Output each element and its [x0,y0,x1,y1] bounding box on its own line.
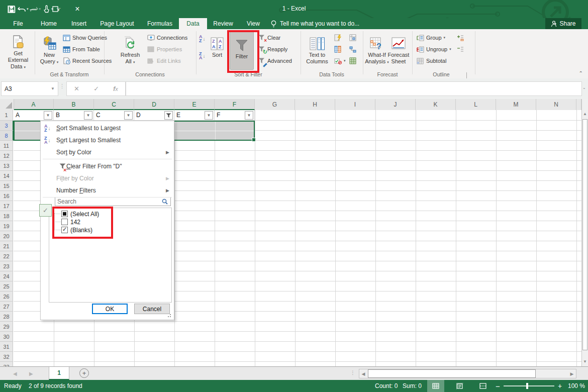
sort-descending-button[interactable]: ZA↓ [199,50,206,61]
collapse-ribbon-icon[interactable]: ⌃ [579,70,583,76]
menu-item-clear-filter-from-d[interactable]: ×Clear Filter From "D" [41,160,173,172]
row-header-26[interactable]: 26 [0,291,13,302]
checkbox-select-all[interactable] [61,211,68,217]
column-header-B[interactable]: B [54,99,94,110]
sort-button[interactable]: ZAAZ Sort [207,31,227,70]
column-header-L[interactable]: L [456,99,496,110]
zoom-level[interactable]: 100 % [568,380,585,392]
expand-formula-bar-icon[interactable]: ⌄ [582,85,586,90]
tab-page-layout[interactable]: Page Layout [94,18,140,29]
formula-bar-splitter[interactable]: ⋮ [59,83,65,89]
clear-filter-button[interactable]: × Clear [257,32,280,43]
row-header-20[interactable]: 20 [0,231,13,241]
filter-applied-button-D[interactable] [164,111,173,120]
row-header-17[interactable]: 17 [0,201,13,211]
menu-item-number-filters[interactable]: Number Filters▶ [41,184,173,197]
filter-search-input[interactable] [55,197,171,206]
column-header-J[interactable]: J [375,99,416,110]
text-to-columns-button[interactable]: Text toColumns [304,31,331,70]
row-header-25[interactable]: 25 [0,281,13,291]
row-header-8[interactable]: 8 [0,131,14,141]
column-header-A[interactable]: A [14,99,54,110]
normal-view-button[interactable] [427,380,444,392]
horizontal-scrollbar[interactable]: ◀ ▶ [359,369,576,378]
cancel-button[interactable]: Cancel [134,304,170,314]
column-header-K[interactable]: K [416,99,456,110]
column-header-G[interactable]: G [255,99,295,110]
resize-grip-icon[interactable] [167,313,171,317]
touch-mode-dropdown-icon[interactable]: ▾ [51,7,53,11]
sheet-prev-icon[interactable]: ◀ [13,367,17,380]
advanced-filter-button[interactable]: Advanced [257,55,292,66]
scroll-up-icon[interactable]: ▲ [582,112,588,116]
page-break-view-button[interactable] [474,380,492,392]
group-button[interactable]: Group ▾ [416,32,445,43]
row-header-24[interactable]: 24 [0,271,13,281]
customize-qat-icon[interactable]: —▾ [54,3,63,15]
row-header-18[interactable]: 18 [0,211,13,221]
tab-data[interactable]: Data [179,18,207,29]
menu-item-sort-by-color[interactable]: Sort by Color▶ [41,146,173,158]
row-header-11[interactable]: 11 [0,141,13,151]
fill-handle[interactable] [252,138,256,142]
reapply-filter-button[interactable]: ↻ Reapply [257,44,287,55]
filter-value-list[interactable]: (Select All)142✓(Blanks) [49,208,172,303]
column-header-F[interactable]: F [215,99,255,110]
data-validation-button[interactable]: ▾ [334,55,347,66]
show-queries-button[interactable]: Show Queries [62,32,107,43]
from-table-button[interactable]: From Table [62,44,100,55]
menu-item-sort-largest-to-smallest[interactable]: ZA↓Sort Largest to Smallest [41,134,173,146]
filter-dropdown-button-F[interactable]: ▼ [245,111,253,120]
row-header-33[interactable]: 33 [0,362,13,366]
name-box-dropdown-icon[interactable]: ▼ [51,86,55,91]
header-cell-F1[interactable]: F▼ [215,110,255,121]
row-header-14[interactable]: 14 [0,171,13,181]
share-button[interactable]: Share [545,18,581,29]
tab-review[interactable]: Review [207,18,239,29]
filter-dropdown-button-E[interactable]: ▼ [205,111,213,120]
row-header-29[interactable]: 29 [0,322,13,332]
filter-dropdown-button-A[interactable]: ▼ [44,111,52,120]
row-header-13[interactable]: 13 [0,161,13,171]
relationships-button[interactable] [349,44,359,55]
insert-function-icon[interactable]: fx [113,85,118,92]
row-header-27[interactable]: 27 [0,302,13,312]
undo-icon[interactable] [17,3,26,15]
column-header-E[interactable]: E [174,99,215,110]
row-header-21[interactable]: 21 [0,241,13,251]
header-cell-C1[interactable]: C▼ [94,110,134,121]
row-header-23[interactable]: 23 [0,261,13,271]
subtotal-button[interactable]: Subtotal [416,55,446,66]
vertical-scroll-thumb[interactable] [582,119,587,350]
forecast-sheet-button[interactable]: ForecastSheet [386,31,411,70]
ok-button[interactable]: OK [92,304,128,314]
formula-input[interactable] [126,81,582,96]
page-layout-view-button[interactable] [451,380,468,392]
row-header-22[interactable]: 22 [0,251,13,261]
column-header-H[interactable]: H [295,99,335,110]
manage-data-model-button[interactable] [349,55,359,66]
tab-home[interactable]: Home [33,18,64,29]
checkbox-blanks[interactable]: ✓ [61,227,68,233]
row-header-3[interactable]: 3 [0,121,14,131]
filter-dropdown-button-B[interactable]: ▼ [84,111,92,120]
horizontal-scroll-thumb[interactable] [368,369,536,378]
header-cell-D1[interactable]: D [134,110,174,121]
tab-insert[interactable]: Insert [64,18,93,29]
row-header-16[interactable]: 16 [0,191,13,201]
select-all-corner[interactable] [0,99,14,111]
refresh-all-button[interactable]: RefreshAll ▾ [117,31,144,70]
sheet-tab-1[interactable]: 1 [49,367,69,380]
header-cell-A1[interactable]: A▼ [14,110,54,121]
column-header-M[interactable]: M [496,99,536,110]
sheet-next-icon[interactable]: ▶ [29,367,33,380]
row-header-31[interactable]: 31 [0,342,13,352]
menu-item-sort-smallest-to-largest[interactable]: AZ↓Sort Smallest to Largest [41,122,173,134]
row-header-15[interactable]: 15 [0,181,13,191]
consolidate-button[interactable] [349,32,359,43]
zoom-slider-track[interactable] [504,385,554,386]
save-icon[interactable] [7,3,16,15]
scroll-down-icon[interactable]: ▼ [582,359,588,364]
filter-dropdown-button-C[interactable]: ▼ [124,111,133,120]
tell-me-box[interactable]: Tell me what you want to do... [270,18,359,29]
